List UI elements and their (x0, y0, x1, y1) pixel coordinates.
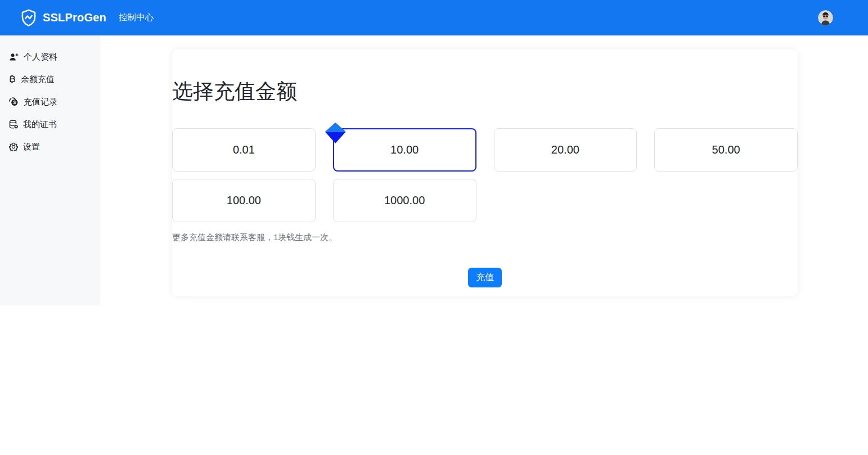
recharge-panel: 选择充值金额 0.01 10.00 20.00 50.00 100.00 100… (172, 49, 798, 296)
sidebar-item-label: 充值记录 (24, 97, 57, 107)
sidebar-item-recharge-records[interactable]: $ 充值记录 (0, 91, 100, 113)
amount-label: 0.01 (233, 143, 255, 156)
sidebar-item-label: 个人资料 (24, 52, 57, 62)
page-title: 选择充值金额 (172, 80, 798, 103)
sidebar-item-label: 余额充值 (21, 74, 55, 85)
sidebar-item-my-certificates[interactable]: 我的证书 (0, 113, 100, 136)
amount-label: 10.00 (390, 143, 419, 156)
amount-label: 100.00 (227, 194, 261, 207)
amount-option-0.01[interactable]: 0.01 (172, 128, 316, 172)
sidebar-item-label: 我的证书 (23, 119, 57, 130)
gear-icon (9, 142, 18, 151)
nav-control-center[interactable]: 控制中心 (119, 12, 154, 24)
amount-option-20.00[interactable]: 20.00 (494, 128, 637, 172)
amount-option-10.00-selected[interactable]: 10.00 (333, 128, 476, 172)
button-row: 充值 (172, 268, 798, 287)
user-avatar[interactable] (818, 10, 833, 25)
recharge-button[interactable]: 充值 (468, 268, 502, 287)
certificate-database-icon (9, 120, 18, 129)
brand-name: SSLProGen (43, 11, 106, 24)
amount-label: 50.00 (712, 143, 740, 156)
sidebar-item-label: 设置 (23, 142, 40, 152)
sidebar-item-balance-recharge[interactable]: 余额充值 (0, 68, 100, 91)
user-plus-icon (9, 52, 19, 61)
sidebar-item-settings[interactable]: 设置 (0, 136, 100, 158)
shield-logo-icon (20, 9, 37, 27)
amount-grid: 0.01 10.00 20.00 50.00 100.00 1000.00 (172, 128, 798, 222)
sidebar-item-profile[interactable]: 个人资料 (0, 46, 100, 68)
amount-label: 1000.00 (384, 194, 425, 207)
amount-option-50.00[interactable]: 50.00 (654, 128, 798, 172)
amount-label: 20.00 (551, 143, 579, 156)
top-navbar: SSLProGen 控制中心 (0, 0, 868, 35)
amount-option-100.00[interactable]: 100.00 (172, 179, 316, 222)
selected-diamond-marker (325, 123, 346, 143)
sidebar: 个人资料 余额充值 $ 充值记录 (0, 35, 100, 305)
bitcoin-icon (9, 75, 16, 84)
coins-icon: $ (9, 97, 19, 106)
svg-text:$: $ (13, 100, 16, 105)
recharge-note: 更多充值金额请联系客服，1块钱生成一次。 (172, 232, 798, 243)
amount-option-1000.00[interactable]: 1000.00 (333, 179, 476, 222)
brand[interactable]: SSLProGen (20, 9, 106, 27)
